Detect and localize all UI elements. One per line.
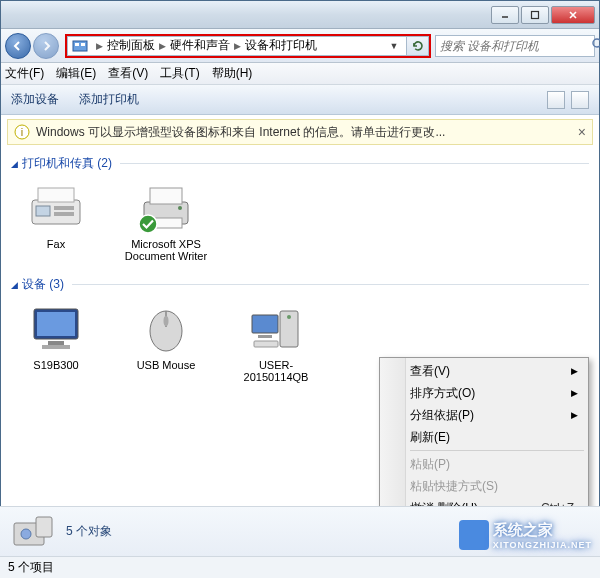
info-bar-close[interactable]: × xyxy=(578,124,586,140)
ctx-refresh[interactable]: 刷新(E) xyxy=(382,426,586,448)
device-item-mouse[interactable]: USB Mouse xyxy=(121,301,211,383)
item-label: Fax xyxy=(11,238,101,250)
ctx-view[interactable]: 查看(V)▶ xyxy=(382,360,586,382)
watermark: 系统之家 XITONGZHIJIA.NET xyxy=(459,520,592,550)
menubar: 文件(F) 编辑(E) 查看(V) 工具(T) 帮助(H) xyxy=(1,63,599,85)
info-bar-text: Windows 可以显示增强型设备图标和来自 Internet 的信息。请单击进… xyxy=(36,124,445,141)
add-printer-button[interactable]: 添加打印机 xyxy=(79,91,139,108)
chevron-right-icon: ▶ xyxy=(159,41,166,51)
breadcrumb-control-panel[interactable]: 控制面板 xyxy=(107,37,155,54)
minimize-button[interactable] xyxy=(491,6,519,24)
svg-rect-6 xyxy=(81,43,85,46)
printer-item-fax[interactable]: Fax xyxy=(11,180,101,262)
search-box[interactable] xyxy=(435,35,595,57)
mouse-icon xyxy=(134,301,198,355)
content-area: ◢ 打印机和传真 (2) Fax Microsoft XPS Document … xyxy=(1,147,599,507)
status-text: 5 个项目 xyxy=(8,559,54,576)
breadcrumb-highlight: ▶ 控制面板 ▶ 硬件和声音 ▶ 设备和打印机 ▼ xyxy=(65,34,431,58)
titlebar xyxy=(1,1,599,29)
svg-point-27 xyxy=(164,316,169,326)
collapse-icon: ◢ xyxy=(11,159,18,169)
menu-file[interactable]: 文件(F) xyxy=(5,65,44,82)
printer-icon xyxy=(134,180,198,234)
svg-text:i: i xyxy=(21,126,23,138)
item-label: S19B300 xyxy=(11,359,101,371)
svg-rect-24 xyxy=(42,345,70,349)
watermark-url: XITONGZHIJIA.NET xyxy=(493,540,592,550)
watermark-brand: 系统之家 xyxy=(493,521,553,538)
menu-help[interactable]: 帮助(H) xyxy=(212,65,253,82)
device-item-monitor[interactable]: S19B300 xyxy=(11,301,101,383)
svg-rect-31 xyxy=(254,341,278,347)
svg-rect-30 xyxy=(258,335,272,338)
info-icon: i xyxy=(14,124,30,140)
section-devices-title: 设备 (3) xyxy=(22,276,64,293)
breadcrumb[interactable]: ▶ 控制面板 ▶ 硬件和声音 ▶ 设备和打印机 ▼ xyxy=(67,36,407,56)
chevron-right-icon: ▶ xyxy=(96,41,103,51)
maximize-button[interactable] xyxy=(521,6,549,24)
ctx-paste: 粘贴(P) xyxy=(382,453,586,475)
search-input[interactable] xyxy=(440,39,591,53)
menu-tools[interactable]: 工具(T) xyxy=(160,65,199,82)
forward-button[interactable] xyxy=(33,33,59,59)
svg-point-20 xyxy=(139,215,157,233)
computer-icon xyxy=(244,301,308,355)
collapse-icon: ◢ xyxy=(11,280,18,290)
help-button[interactable] xyxy=(571,91,589,109)
svg-point-36 xyxy=(21,529,31,539)
svg-point-32 xyxy=(287,315,291,319)
svg-rect-29 xyxy=(252,315,278,333)
section-printers-title: 打印机和传真 (2) xyxy=(22,155,112,172)
submenu-arrow-icon: ▶ xyxy=(571,410,578,420)
svg-rect-22 xyxy=(37,312,75,336)
info-bar[interactable]: i Windows 可以显示增强型设备图标和来自 Internet 的信息。请单… xyxy=(7,119,593,145)
devices-thumbnail-icon xyxy=(12,513,56,551)
back-button[interactable] xyxy=(5,33,31,59)
svg-rect-13 xyxy=(36,206,50,216)
svg-rect-5 xyxy=(75,43,79,46)
menu-edit[interactable]: 编辑(E) xyxy=(56,65,96,82)
chevron-right-icon: ▶ xyxy=(234,41,241,51)
svg-rect-1 xyxy=(532,11,539,18)
refresh-button[interactable] xyxy=(407,36,429,56)
svg-rect-23 xyxy=(48,341,64,345)
svg-rect-15 xyxy=(54,212,74,216)
watermark-logo-icon xyxy=(459,520,489,550)
search-icon xyxy=(591,37,600,55)
ctx-paste-shortcut: 粘贴快捷方式(S) xyxy=(382,475,586,497)
item-label: USER-20150114QB xyxy=(231,359,321,383)
add-device-button[interactable]: 添加设备 xyxy=(11,91,59,108)
svg-rect-37 xyxy=(36,517,52,537)
monitor-icon xyxy=(24,301,88,355)
close-button[interactable] xyxy=(551,6,595,24)
default-check-icon xyxy=(138,214,158,234)
printer-item-xps[interactable]: Microsoft XPS Document Writer xyxy=(121,180,211,262)
breadcrumb-hardware-sound[interactable]: 硬件和声音 xyxy=(170,37,230,54)
toolbar: 添加设备 添加打印机 xyxy=(1,85,599,115)
item-label: Microsoft XPS Document Writer xyxy=(121,238,211,262)
menu-view[interactable]: 查看(V) xyxy=(108,65,148,82)
item-label: USB Mouse xyxy=(121,359,211,371)
navbar: ▶ 控制面板 ▶ 硬件和声音 ▶ 设备和打印机 ▼ xyxy=(1,29,599,63)
view-options-button[interactable] xyxy=(547,91,565,109)
device-item-computer[interactable]: USER-20150114QB xyxy=(231,301,321,383)
svg-point-19 xyxy=(178,206,182,210)
svg-rect-17 xyxy=(150,188,182,204)
section-devices-header[interactable]: ◢ 设备 (3) xyxy=(11,276,589,293)
submenu-arrow-icon: ▶ xyxy=(571,366,578,376)
section-printers-header[interactable]: ◢ 打印机和传真 (2) xyxy=(11,155,589,172)
breadcrumb-devices-printers[interactable]: 设备和打印机 xyxy=(245,37,317,54)
ctx-sort[interactable]: 排序方式(O)▶ xyxy=(382,382,586,404)
control-panel-icon xyxy=(72,38,88,54)
svg-rect-12 xyxy=(38,188,74,202)
ctx-group[interactable]: 分组依据(P)▶ xyxy=(382,404,586,426)
status-bar: 5 个项目 xyxy=(0,556,600,578)
fax-icon xyxy=(24,180,88,234)
details-text: 5 个对象 xyxy=(66,523,112,540)
svg-point-7 xyxy=(593,39,600,47)
svg-rect-14 xyxy=(54,206,74,210)
breadcrumb-dropdown-icon[interactable]: ▼ xyxy=(386,41,402,51)
submenu-arrow-icon: ▶ xyxy=(571,388,578,398)
